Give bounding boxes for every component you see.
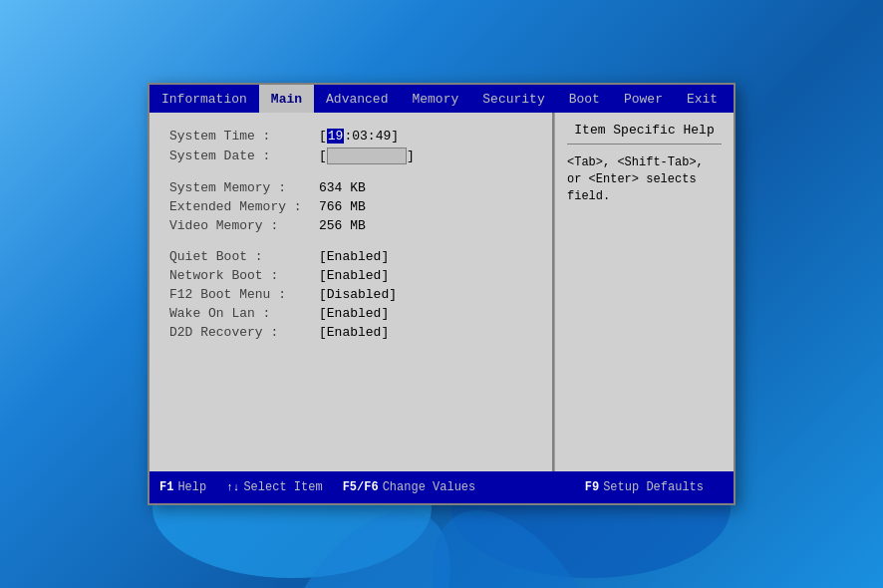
f12-boot-menu-row: F12 Boot Menu : [Disabled] bbox=[169, 287, 532, 302]
footer-f9: F9 Setup Defaults bbox=[585, 480, 704, 494]
footer-f1-label: Help bbox=[177, 480, 206, 494]
footer-f5f6-key: F5/F6 bbox=[343, 480, 379, 494]
video-memory-value: 256 MB bbox=[319, 218, 366, 233]
footer-bar: F1 Help ↑↓ Select Item F5/F6 Change Valu… bbox=[149, 471, 734, 503]
help-title: Item Specific Help bbox=[567, 123, 722, 145]
system-memory-label: System Memory : bbox=[169, 180, 319, 195]
footer-select: ↑↓ Select Item bbox=[226, 480, 322, 494]
wake-on-lan-value[interactable]: [Enabled] bbox=[319, 306, 389, 321]
wake-on-lan-label: Wake On Lan : bbox=[169, 306, 319, 321]
menu-item-boot[interactable]: Boot bbox=[557, 85, 612, 113]
menu-item-security[interactable]: Security bbox=[470, 85, 556, 113]
menu-item-information[interactable]: Information bbox=[149, 85, 259, 113]
menu-item-power[interactable]: Power bbox=[612, 85, 675, 113]
quiet-boot-value[interactable]: [Enabled] bbox=[319, 249, 389, 264]
footer-f5f6-label: Change Values bbox=[383, 480, 476, 494]
help-panel: Item Specific Help <Tab>, <Shift-Tab>, o… bbox=[554, 113, 734, 471]
menu-item-main[interactable]: Main bbox=[259, 85, 314, 113]
f12-boot-menu-label: F12 Boot Menu : bbox=[169, 287, 319, 302]
date-bracket-open: [ bbox=[319, 148, 327, 163]
menu-item-memory[interactable]: Memory bbox=[400, 85, 470, 113]
bios-window: Information Main Advanced Memory Securit… bbox=[147, 83, 736, 505]
menu-item-exit[interactable]: Exit bbox=[675, 85, 730, 113]
footer-select-label: Select Item bbox=[243, 480, 322, 494]
time-hour[interactable]: 19 bbox=[327, 129, 345, 144]
network-boot-value[interactable]: [Enabled] bbox=[319, 268, 389, 283]
video-memory-row: Video Memory : 256 MB bbox=[169, 218, 532, 233]
d2d-recovery-row: D2D Recovery : [Enabled] bbox=[169, 325, 532, 340]
system-memory-row: System Memory : 634 KB bbox=[169, 180, 532, 195]
extended-memory-row: Extended Memory : 766 MB bbox=[169, 199, 532, 214]
content-area: System Time : [19:03:49] System Date : [… bbox=[149, 113, 734, 471]
system-memory-value: 634 KB bbox=[319, 180, 366, 195]
system-date-label: System Date : bbox=[169, 148, 319, 163]
system-time-value[interactable]: [19:03:49] bbox=[319, 129, 399, 144]
video-memory-label: Video Memory : bbox=[169, 218, 319, 233]
f12-boot-menu-value[interactable]: [Disabled] bbox=[319, 287, 397, 302]
d2d-recovery-label: D2D Recovery : bbox=[169, 325, 319, 340]
system-date-row: System Date : [ ] bbox=[169, 147, 532, 164]
date-value[interactable] bbox=[327, 147, 407, 164]
main-panel: System Time : [19:03:49] System Date : [… bbox=[149, 113, 554, 471]
footer-f1: F1 Help bbox=[159, 480, 206, 494]
time-bracket-open: [ bbox=[319, 129, 327, 144]
system-date-value[interactable]: [ ] bbox=[319, 147, 415, 164]
arrow-updown-icon: ↑↓ bbox=[226, 481, 239, 493]
help-text: <Tab>, <Shift-Tab>, or <Enter> selects f… bbox=[567, 154, 722, 204]
system-time-label: System Time : bbox=[169, 129, 319, 144]
system-time-row: System Time : [19:03:49] bbox=[169, 129, 532, 144]
quiet-boot-row: Quiet Boot : [Enabled] bbox=[169, 249, 532, 264]
time-rest: :03:49 bbox=[344, 129, 391, 144]
wake-on-lan-row: Wake On Lan : [Enabled] bbox=[169, 306, 532, 321]
time-bracket-close: ] bbox=[391, 129, 399, 144]
menu-item-advanced[interactable]: Advanced bbox=[314, 85, 400, 113]
d2d-recovery-value[interactable]: [Enabled] bbox=[319, 325, 389, 340]
extended-memory-value: 766 MB bbox=[319, 199, 366, 214]
network-boot-label: Network Boot : bbox=[169, 268, 319, 283]
network-boot-row: Network Boot : [Enabled] bbox=[169, 268, 532, 283]
date-bracket-close: ] bbox=[407, 148, 415, 163]
menu-bar: Information Main Advanced Memory Securit… bbox=[149, 85, 734, 113]
footer-f1-key: F1 bbox=[159, 480, 173, 494]
quiet-boot-label: Quiet Boot : bbox=[169, 249, 319, 264]
footer-f5f6: F5/F6 Change Values bbox=[343, 480, 476, 494]
extended-memory-label: Extended Memory : bbox=[169, 199, 319, 214]
footer-f9-key: F9 bbox=[585, 480, 599, 494]
footer-f9-label: Setup Defaults bbox=[603, 480, 704, 494]
